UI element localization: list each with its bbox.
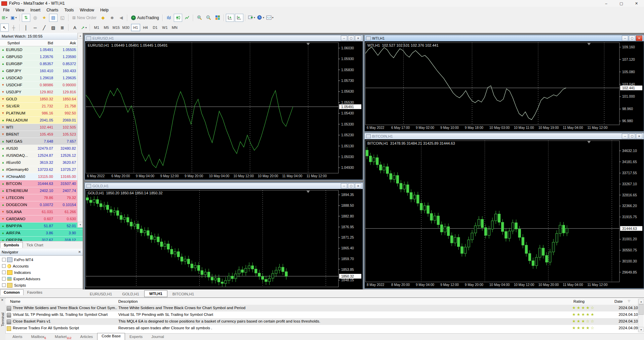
symbol-column-header[interactable]: Symbol [0,41,36,45]
minimize-button[interactable]: – [341,183,347,189]
text-tool-button[interactable]: A [71,23,79,32]
market-watch-row[interactable]: NAT.GAS 7.648 7.657 [0,138,83,145]
bitcoin-window-titlebar[interactable]: BITCOIN,H1 – ▢ ✕ [365,133,644,139]
gold-chart-window[interactable]: GOLD,H1 – ▢ ✕ GOLD,H1 1850.20 1850.64 18… [85,183,363,290]
expander-icon[interactable] [2,283,6,287]
data-window-button[interactable]: ◱ [58,14,67,22]
codebase-row[interactable]: Three White Soldiers and Three Black Cro… [5,305,638,311]
restore-button[interactable]: ▢ [348,183,354,189]
market-watch-row[interactable]: GOLD 1850.32 1850.64 [0,96,83,103]
arrows-tool-button[interactable]: ➚▾ [80,23,88,32]
menu-item[interactable]: Window [77,7,97,13]
expander-icon[interactable] [2,264,6,268]
terminal-tab[interactable]: Articles [76,334,97,340]
eurusd-window-titlebar[interactable]: EURUSD,H1 – ▢ ✕ [85,35,363,41]
wti-chart-window[interactable]: WTI,H1 – ▢ ✕ WTI,H1 102.527 102.531 102.… [364,35,644,132]
codebase-row[interactable]: Virtual SL TP Pending with SL Trailing f… [5,311,638,318]
market-watch-row[interactable]: OREP.PA 317.67 318.12 [0,237,83,241]
chart-window-tab[interactable]: EURUSD,H1 [85,291,117,297]
ask-column-header[interactable]: Ask [53,41,76,45]
minimize-button[interactable]: – [622,36,628,41]
terminal-tab[interactable]: Mailbox6 [27,334,50,340]
navigator-tree-item[interactable]: Accounts [0,263,83,269]
market-watch-row[interactable]: WTI 102.441 102.505 [0,124,83,131]
menu-item[interactable]: Charts [43,7,61,13]
description-column-header[interactable]: Description [118,299,138,303]
new-chart-button[interactable]: ⊞▾ [0,14,9,22]
navigator-tab[interactable]: Favorites [24,289,46,295]
restore-button[interactable]: ▢ [629,134,635,139]
chart-window-tab[interactable]: GOLD,H1 [117,291,144,297]
bitcoin-chart-window[interactable]: BITCOIN,H1 – ▢ ✕ BITCOIN,H1 31478.95 314… [364,133,644,289]
maximize-button[interactable]: ▢ [614,0,629,7]
navigator-tree-item[interactable]: Expert Advisors [0,276,83,282]
rating-column-header[interactable]: Rating [573,299,585,303]
scroll-up-icon[interactable]: ▲ [639,299,644,304]
market-watch-row[interactable]: #ChinaA50 13115.00 13165.00 [0,173,83,180]
menu-item[interactable]: File [0,7,12,13]
market-watch-row[interactable]: EURGBP 0.85357 0.85372 [0,60,83,67]
horizontal-line-button[interactable]: ─ [31,23,39,32]
close-button[interactable]: ✕ [636,36,642,41]
terminal-close-icon[interactable]: ✕ [1,298,4,302]
sound-button[interactable]: ◀ [117,14,125,22]
market-watch-row[interactable]: AIRF.PA 3.86 3.90 [0,230,83,237]
bid-column-header[interactable]: Bid [36,41,53,45]
menu-item[interactable]: View [12,7,27,13]
periods-button[interactable]: ▾ [256,14,265,22]
scroll-up-icon[interactable]: ▲ [78,33,83,39]
market-watch-row[interactable]: PLATINUM 986.16 992.50 [0,110,83,117]
fibonacci-button[interactable]: ≣ [58,23,67,32]
expander-icon[interactable] [2,277,6,281]
crosshair-button[interactable]: ┼ [9,23,18,32]
expert-properties-button[interactable]: ☻ [108,14,116,22]
expander-icon[interactable] [2,258,6,261]
alert-bucket-button[interactable]: ◆ [99,14,107,22]
eurusd-chart-window[interactable]: EURUSD,H1 – ▢ ✕ EURUSD,H1 1.05449 1.0549… [85,35,363,180]
market-watch-row[interactable]: #Germany40 13723.62 13725.27 [0,166,83,173]
timeframe-button[interactable]: M1 [92,24,101,31]
minimize-button[interactable]: – [341,36,347,41]
minimize-button[interactable]: – [599,0,614,7]
market-watch-row[interactable]: SILVER 21.732 21.758 [0,103,83,110]
zoom-out-button[interactable] [204,14,213,22]
bitcoin-chart-canvas[interactable]: BITCOIN,H1 31478.95 31484.21 31425.89 31… [365,139,644,288]
new-order-button[interactable]: ⊞ New Order [70,15,98,20]
terminal-scrollbar[interactable]: ▲ ▼ [638,299,644,332]
market-watch-row[interactable]: GBPUSD 1.23576 1.23590 [0,53,83,60]
autotrading-button[interactable]: AutoTrading [129,15,161,20]
restore-button[interactable]: ▢ [348,36,354,41]
navigator-tree-item[interactable]: FxPro MT4 [0,256,83,263]
navigator-tab[interactable]: Common [0,289,24,295]
timeframe-button[interactable]: M15 [112,24,121,31]
gold-window-titlebar[interactable]: GOLD,H1 – ▢ ✕ [85,183,363,189]
market-watch-row[interactable]: ETHEREUM 2402.10 2407.74 [0,187,83,194]
close-button[interactable]: ✕ [629,0,644,7]
timeframe-button[interactable]: H4 [141,24,150,31]
auto-scroll-button[interactable] [235,14,243,22]
navigator-tree-item[interactable]: Indicators [0,269,83,276]
bar-chart-mode-button[interactable] [165,14,173,22]
wti-chart-canvas[interactable]: WTI,H1 102.527 102.531 102.376 102.441 1… [365,41,644,131]
close-button[interactable]: ✕ [355,183,361,189]
date-column-header[interactable]: Date [614,299,622,303]
terminal-tab[interactable]: Experts [125,334,147,340]
gold-chart-canvas[interactable]: GOLD,H1 1850.20 1850.64 1850.14 1850.32 … [85,189,363,290]
close-button[interactable]: ✕ [636,134,642,139]
market-watch-row[interactable]: #Euro50 3619.32 3620.67 [0,159,83,166]
market-watch-row[interactable]: BITCOIN 31444.63 31507.40 [0,180,83,187]
market-watch-row[interactable]: BRENT 105.459 105.523 [0,131,83,138]
name-column-header[interactable]: Name [10,299,21,303]
scroll-down-icon[interactable]: ▼ [639,327,644,332]
market-watch-row[interactable]: DOGECOIN 0.10072 0.10154 [0,201,83,208]
codebase-row[interactable]: Close Basket Pairs v1 This MQL4 EA is de… [5,318,638,325]
market-watch-row[interactable]: SOLANA 61.031 61.266 [0,208,83,215]
market-watch-row[interactable]: #USNDAQ... 12524.87 12526.12 [0,152,83,159]
terminal-tab[interactable]: Journal [147,334,168,340]
market-watch-tab[interactable]: Tick Chart [23,242,47,248]
line-chart-mode-button[interactable] [183,14,191,22]
timeframe-button[interactable]: M30 [121,24,130,31]
terminal-tab[interactable]: Market112 [50,334,76,340]
cursor-target-button[interactable]: ◎ [31,14,39,22]
market-watch-row[interactable]: #US30 32479.07 32480.82 [0,145,83,152]
